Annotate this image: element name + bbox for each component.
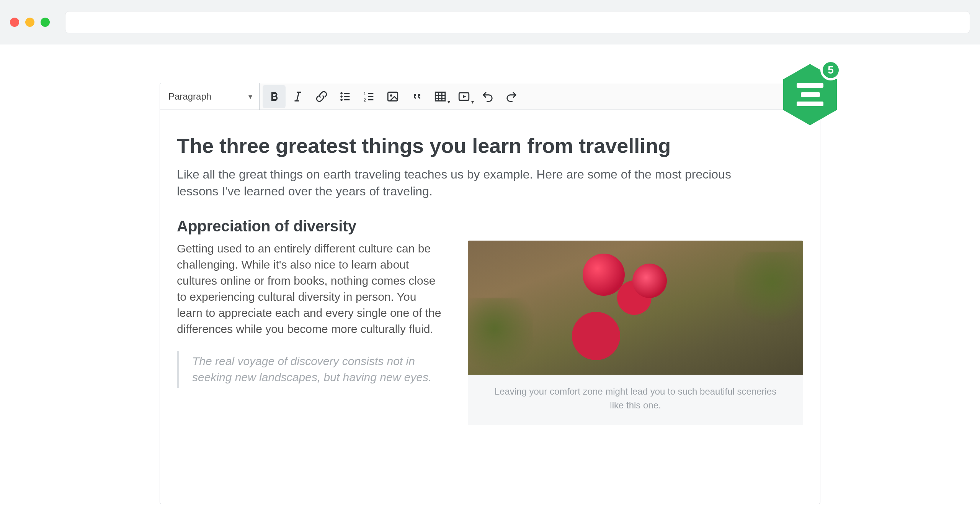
blockquote[interactable]: The real voyage of discovery consists no… — [177, 351, 445, 388]
svg-text:1: 1 — [364, 91, 366, 95]
chevron-down-icon: ▾ — [248, 92, 252, 101]
bold-button[interactable] — [263, 85, 286, 108]
section-body[interactable]: Getting used to an entirely different cu… — [177, 241, 445, 337]
inline-figure[interactable]: Leaving your comfort zone might lead you… — [468, 241, 803, 425]
numbered-list-button[interactable]: 12 — [358, 85, 381, 108]
undo-icon — [481, 90, 494, 103]
insert-media-button[interactable]: ▾ — [452, 85, 475, 108]
document-title[interactable]: The three greatest things you learn from… — [177, 131, 803, 161]
notifications-badge[interactable]: 5 — [781, 62, 839, 127]
redo-button[interactable] — [500, 85, 523, 108]
svg-rect-7 — [435, 92, 445, 101]
svg-rect-5 — [388, 92, 398, 101]
italic-button[interactable] — [286, 85, 309, 108]
paragraph-style-select[interactable]: Paragraph ▾ — [160, 83, 260, 110]
chevron-down-icon: ▾ — [471, 99, 474, 105]
image-icon — [386, 90, 399, 103]
svg-point-1 — [340, 95, 343, 98]
link-button[interactable] — [310, 85, 333, 108]
italic-icon — [291, 90, 304, 103]
section-heading[interactable]: Appreciation of diversity — [177, 215, 803, 237]
redo-icon — [505, 90, 518, 103]
svg-point-2 — [340, 98, 343, 101]
blockquote-button[interactable] — [405, 85, 428, 108]
insert-image-button[interactable] — [381, 85, 404, 108]
window-close-button[interactable] — [10, 18, 19, 27]
svg-point-6 — [390, 94, 392, 97]
window-minimize-button[interactable] — [25, 18, 34, 27]
blockquote-icon — [410, 90, 423, 103]
paragraph-style-label: Paragraph — [168, 91, 211, 102]
editor-content[interactable]: The three greatest things you learn from… — [160, 110, 820, 504]
figure-image[interactable] — [468, 241, 803, 375]
bold-icon — [268, 90, 281, 103]
link-icon — [315, 90, 328, 103]
insert-table-button[interactable]: ▾ — [429, 85, 452, 108]
numbered-list-icon: 12 — [363, 90, 376, 103]
table-icon — [434, 90, 447, 103]
undo-button[interactable] — [476, 85, 499, 108]
bulleted-list-icon — [339, 90, 352, 103]
chevron-down-icon: ▾ — [448, 99, 450, 105]
bulleted-list-button[interactable] — [334, 85, 357, 108]
url-bar[interactable] — [65, 11, 970, 33]
rich-text-editor: Paragraph ▾ — [160, 83, 820, 504]
svg-point-0 — [340, 92, 343, 94]
editor-toolbar: Paragraph ▾ — [160, 83, 820, 110]
window-maximize-button[interactable] — [41, 18, 50, 27]
media-icon — [457, 90, 470, 103]
document-lead[interactable]: Like all the great things on earth trave… — [177, 166, 759, 200]
figure-caption[interactable]: Leaving your comfort zone might lead you… — [468, 375, 803, 416]
browser-chrome — [0, 0, 980, 44]
svg-text:2: 2 — [364, 97, 366, 102]
notification-count: 5 — [820, 60, 841, 80]
window-controls — [10, 18, 50, 27]
